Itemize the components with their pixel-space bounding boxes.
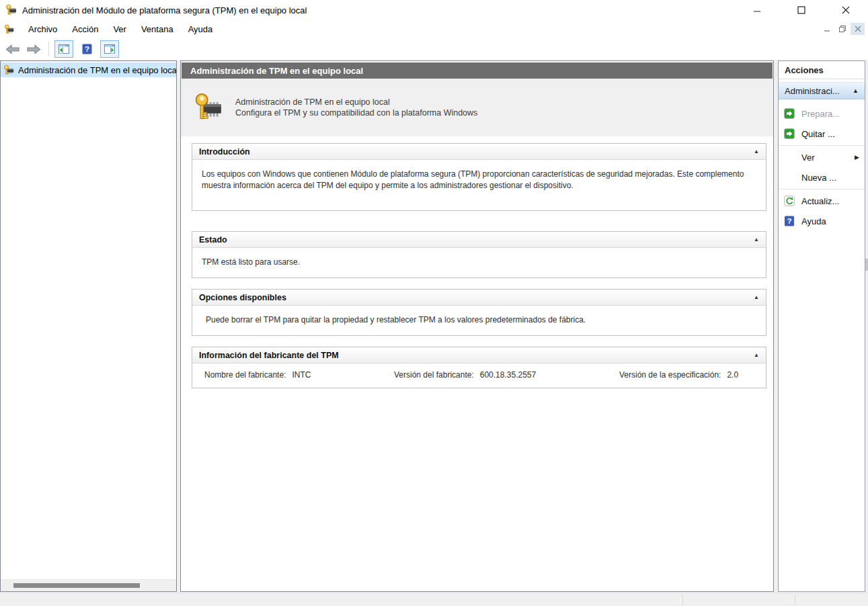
section-fabricante: Información del fabricante del TPM ▲ Nom… (192, 347, 766, 388)
results-pane-title: Administración de TPM en el equipo local (190, 66, 363, 76)
child-minimize-button[interactable] (820, 23, 834, 35)
section-gap (192, 336, 766, 347)
action-ayuda[interactable]: Ayuda (779, 211, 865, 231)
actions-pane: Acciones Administraci... ▲ Prepara... Qu… (778, 60, 865, 592)
close-icon (842, 6, 850, 14)
child-close-icon (855, 26, 861, 32)
help-icon (784, 216, 795, 226)
sections-container: Introducción ▲ Los equipos con Windows q… (181, 136, 773, 388)
scrollbar-thumb[interactable] (13, 583, 140, 588)
results-pane: Administración de TPM en el equipo local… (180, 60, 774, 592)
fabricante-version: Versión del fabricante: 600.18.35.2557 (394, 370, 619, 380)
tree-horizontal-scrollbar[interactable] (1, 579, 176, 591)
menu-ver[interactable]: Ver (106, 21, 134, 37)
window-controls (735, 0, 868, 20)
menu-ventana[interactable]: Ventana (134, 21, 181, 37)
close-button[interactable] (824, 0, 868, 20)
action-label: Ver (801, 153, 815, 163)
maximize-icon (797, 6, 805, 14)
action-nueva[interactable]: Nueva ... (779, 167, 865, 187)
child-restore-button[interactable] (835, 23, 849, 35)
actions-pane-title: Acciones (779, 61, 865, 79)
section-estado-body: TPM está listo para usarse. (192, 248, 766, 277)
collapse-icon[interactable]: ▲ (754, 352, 759, 358)
collapse-icon[interactable]: ▲ (754, 148, 759, 155)
section-opciones: Opciones disponibles ▲ Puede borrar el T… (192, 289, 766, 336)
action-label: Quitar ... (801, 129, 835, 139)
tree-item-tpm-management[interactable]: Administración de TPM en el equipo local (1, 62, 176, 77)
field-label: Versión de la especificación: (619, 370, 721, 380)
show-console-tree-button[interactable] (54, 40, 73, 58)
child-minimize-icon (824, 26, 830, 32)
section-introduccion-body: Los equipos con Windows que contienen Mó… (192, 160, 766, 210)
section-opciones-header[interactable]: Opciones disponibles ▲ (192, 290, 766, 306)
console-tree-icon (58, 44, 70, 54)
forward-button[interactable] (26, 43, 42, 56)
action-label: Prepara... (801, 109, 840, 119)
section-estado-header[interactable]: Estado ▲ (192, 232, 766, 248)
section-title: Opciones disponibles (199, 293, 286, 302)
tpm-console-icon (4, 24, 15, 35)
help-icon (81, 44, 93, 54)
title-bar: Administración del Módulo de plataforma … (0, 0, 868, 20)
toolbar (0, 38, 868, 60)
refresh-icon (784, 196, 795, 206)
maximize-button[interactable] (779, 0, 824, 20)
vertical-scrollbar[interactable] (865, 60, 868, 592)
fabricante-fields-row: Nombre del fabricante: INTC Versión del … (192, 363, 766, 388)
child-window-controls (820, 23, 865, 35)
tpm-banner-icon (194, 92, 225, 123)
action-actualizar[interactable]: Actualiz... (779, 191, 865, 211)
statusbar-separator (682, 595, 683, 605)
tpm-app-icon (5, 4, 17, 16)
collapse-icon[interactable]: ▲ (754, 236, 759, 243)
actions-group-label: Administraci... (785, 86, 840, 96)
fabricante-nombre: Nombre del fabricante: INTC (195, 370, 394, 380)
menu-archivo[interactable]: Archivo (21, 21, 65, 37)
actions-group-header[interactable]: Administraci... ▲ (779, 82, 865, 99)
action-label: Nueva ... (801, 173, 836, 183)
statusbar-separator (795, 595, 795, 605)
minimize-button[interactable] (735, 0, 779, 20)
console-tree-panel: Administración de TPM en el equipo local (0, 60, 177, 592)
toolbar-separator (48, 42, 49, 56)
snapin-intro-banner: Administración de TPM en el equipo local… (181, 79, 773, 136)
banner-subtitle: Configura el TPM y su compatibilidad con… (235, 107, 477, 118)
collapse-icon[interactable]: ▲ (853, 87, 859, 94)
field-value: 2.0 (727, 370, 738, 380)
show-action-pane-button[interactable] (100, 40, 119, 58)
collapse-icon[interactable]: ▲ (754, 294, 759, 300)
actions-separator (779, 189, 865, 189)
section-title: Introducción (199, 147, 250, 157)
back-button[interactable] (5, 43, 21, 56)
field-value: INTC (292, 370, 311, 380)
section-fabricante-header[interactable]: Información del fabricante del TPM ▲ (192, 347, 766, 363)
actions-separator (779, 145, 865, 146)
status-bar (0, 593, 868, 606)
child-restore-icon (838, 25, 846, 33)
tpm-node-icon (3, 64, 15, 76)
action-label: Ayuda (801, 216, 826, 226)
submenu-arrow-icon: ▶ (855, 154, 859, 161)
action-ver[interactable]: Ver ▶ (779, 147, 865, 167)
section-opciones-body: Puede borrar el TPM para quitar la propi… (192, 306, 766, 335)
action-prepara[interactable]: Prepara... (779, 103, 865, 124)
action-label: Actualiz... (801, 196, 839, 206)
section-title: Estado (199, 235, 227, 245)
action-quitar[interactable]: Quitar ... (779, 124, 865, 144)
child-close-button[interactable] (851, 23, 865, 35)
section-introduccion: Introducción ▲ Los equipos con Windows q… (192, 143, 766, 211)
section-introduccion-header[interactable]: Introducción ▲ (192, 144, 766, 160)
menu-accion[interactable]: Acción (65, 21, 106, 37)
fabricante-especificacion: Versión de la especificación: 2.0 (619, 370, 738, 380)
scrollbar-thumb[interactable] (865, 259, 868, 271)
help-toolbar-button[interactable] (77, 40, 96, 58)
field-value: 600.18.35.2557 (480, 370, 536, 380)
menu-ayuda[interactable]: Ayuda (181, 21, 221, 37)
section-gap (192, 278, 766, 289)
section-gap (192, 211, 766, 231)
menu-bar: Archivo Acción Ver Ventana Ayuda (0, 20, 868, 39)
green-arrow-icon (784, 108, 795, 119)
field-label: Nombre del fabricante: (204, 370, 286, 380)
tree-item-label: Administración de TPM en el equipo local (18, 65, 176, 75)
